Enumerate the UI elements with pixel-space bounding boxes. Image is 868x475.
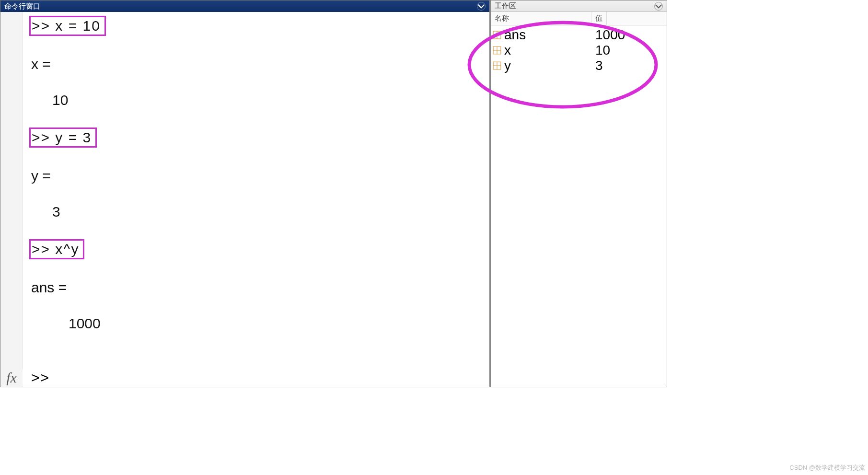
command-window-titlebar[interactable]: 命令行窗口: [0, 0, 489, 12]
blank-line: [31, 38, 482, 56]
workspace-header-row[interactable]: 名称 值: [491, 12, 667, 25]
command-prompt: >>: [23, 370, 50, 386]
blank-line: [31, 298, 482, 315]
cmd-input-line: >> y = 3: [31, 127, 482, 149]
workspace-row[interactable]: x 10: [491, 43, 667, 58]
variable-name: ans: [504, 27, 595, 43]
input-annotation-box: >> y = 3: [29, 127, 97, 148]
blank-line: [31, 222, 482, 239]
variable-name: y: [504, 58, 595, 73]
variable-icon: [493, 31, 501, 39]
input-annotation-box: >> x^y: [29, 239, 84, 259]
command-window-gutter: [0, 12, 23, 387]
command-window-panel: 命令行窗口 >> x = 10 x = 10 >> y = 3 y =: [0, 0, 491, 387]
workspace-title: 工作区: [495, 1, 516, 11]
cmd-output-value: 10: [31, 92, 482, 109]
workspace-titlebar[interactable]: 工作区: [491, 0, 667, 12]
command-prompt-row[interactable]: fx >>: [0, 370, 489, 386]
blank-line: [31, 74, 482, 92]
cmd-input-line: >> x = 10: [31, 16, 482, 37]
command-window-body[interactable]: >> x = 10 x = 10 >> y = 3 y = 3 >> x^y: [0, 12, 489, 387]
cmd-output-value: 1000: [31, 315, 482, 332]
workspace-row[interactable]: ans 1000: [491, 27, 667, 43]
variable-icon: [493, 46, 501, 55]
variable-name: x: [504, 43, 595, 58]
cmd-output-line: ans =: [31, 279, 482, 296]
workspace-row[interactable]: y 3: [491, 58, 667, 73]
panel-menu-icon[interactable]: [654, 2, 663, 11]
command-window-content[interactable]: >> x = 10 x = 10 >> y = 3 y = 3 >> x^y: [23, 12, 489, 387]
panel-menu-icon[interactable]: [477, 2, 486, 11]
blank-line: [31, 262, 482, 279]
variable-value: 3: [595, 58, 665, 73]
variable-value: 10: [595, 43, 665, 58]
matlab-desktop: 命令行窗口 >> x = 10 x = 10 >> y = 3 y =: [0, 0, 667, 387]
fx-icon[interactable]: fx: [0, 370, 23, 386]
command-window-title: 命令行窗口: [4, 2, 40, 11]
workspace-column-value[interactable]: 值: [591, 12, 607, 25]
blank-line: [31, 150, 482, 167]
cmd-input-line: >> x^y: [31, 239, 482, 260]
input-annotation-box: >> x = 10: [29, 16, 106, 36]
variable-value: 1000: [595, 27, 665, 43]
cmd-output-line: x =: [31, 56, 482, 73]
blank-line: [31, 186, 482, 203]
workspace-column-name[interactable]: 名称: [491, 12, 591, 25]
workspace-body[interactable]: ans 1000 x 10 y 3: [491, 25, 667, 75]
variable-icon: [493, 61, 501, 70]
blank-line: [31, 110, 482, 127]
cmd-output-line: y =: [31, 167, 482, 185]
workspace-panel: 工作区 名称 值 ans 1000 x 10: [491, 0, 667, 387]
cmd-output-value: 3: [31, 203, 482, 220]
